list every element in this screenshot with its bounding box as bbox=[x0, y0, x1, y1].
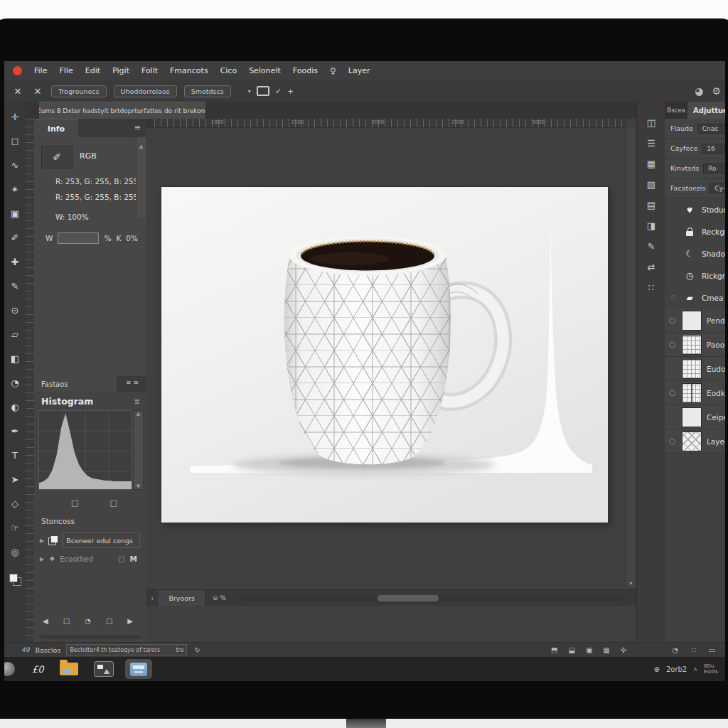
dots-grid-icon[interactable]: ∷ bbox=[691, 646, 695, 654]
control-value-dropdown[interactable]: Cy-d bbox=[710, 183, 725, 193]
options-button[interactable]: Uhoddorrolaos bbox=[114, 85, 177, 97]
zoom-badge[interactable]: ⊖ % bbox=[213, 594, 226, 601]
layer-row[interactable]: ◯ Layees bbox=[665, 429, 725, 454]
app-logo-icon[interactable] bbox=[13, 66, 22, 75]
images-app-icon[interactable] bbox=[94, 661, 114, 677]
clock-icon[interactable]: ◔ bbox=[672, 646, 678, 654]
tab-fastaos[interactable]: Fastaos bbox=[34, 376, 117, 392]
tab-bscea[interactable]: Bscea bbox=[665, 102, 687, 119]
stones-row1-field[interactable]: Bceneer edul congs bbox=[62, 532, 140, 548]
histogram-menu-icon[interactable]: ≣ bbox=[134, 397, 140, 405]
layer-thumbnail[interactable] bbox=[682, 407, 702, 427]
menu-item[interactable]: Fmancots bbox=[170, 66, 208, 75]
eye-visibility-icon[interactable]: ◯ bbox=[668, 341, 677, 348]
heal-tool[interactable]: ✚ bbox=[11, 257, 19, 267]
layer-thumbnail[interactable] bbox=[682, 383, 702, 403]
nav-frame-icon[interactable]: □ bbox=[63, 617, 70, 625]
menu-item[interactable]: Pigit bbox=[112, 66, 129, 75]
camera-icon[interactable]: ⬒ bbox=[551, 646, 557, 654]
layer-thumbnail[interactable] bbox=[682, 335, 702, 355]
expand-icon[interactable]: ▶ bbox=[40, 537, 44, 544]
expand-icon[interactable]: ▶ bbox=[40, 556, 44, 562]
status-message-box[interactable]: Bechdtor4 th teatoqye of tarers tre bbox=[66, 644, 187, 655]
chevron-up-icon[interactable]: ∧ bbox=[693, 666, 697, 673]
app-glyph-icon[interactable]: £0 bbox=[32, 664, 44, 675]
control-row[interactable]: Cayfece 16 bbox=[665, 139, 725, 159]
layer-row[interactable]: ◯ Ceiperest bbox=[665, 405, 725, 429]
eyedropper-icon[interactable]: ✐ bbox=[41, 146, 73, 168]
pen-panel-icon[interactable]: ✎ bbox=[648, 241, 655, 252]
editor-app-icon[interactable] bbox=[130, 663, 147, 676]
menu-item[interactable]: Edit bbox=[85, 66, 100, 75]
eraser-tool[interactable]: ▱ bbox=[11, 329, 18, 340]
panel-menu-icon[interactable]: ≡ bbox=[134, 123, 141, 132]
layer-thumbnail[interactable] bbox=[682, 311, 702, 331]
path-select-tool[interactable]: ➤ bbox=[11, 474, 19, 485]
panel-scrollbar[interactable] bbox=[40, 635, 140, 639]
histogram-scrollbar[interactable]: ▲ ▼ bbox=[133, 410, 144, 490]
display-icon[interactable]: ▭ bbox=[709, 646, 715, 654]
layer-row[interactable]: ◯ Eudonoss bbox=[665, 357, 725, 381]
grid-small-icon[interactable]: ▦ bbox=[603, 646, 609, 654]
adjustment-row[interactable]: ☾ Shadow bbox=[665, 242, 725, 264]
info-circle-icon[interactable]: ⊕ bbox=[654, 665, 660, 673]
gradient-tool[interactable]: ◧ bbox=[11, 353, 19, 364]
rows-panel-icon[interactable]: ▤ bbox=[647, 200, 655, 210]
folder-image-icon[interactable]: ▣ bbox=[586, 646, 592, 654]
info-scrollbar[interactable]: ▲ bbox=[136, 137, 146, 217]
zoom-tool[interactable]: ◎ bbox=[11, 547, 18, 557]
grid-panel-icon[interactable]: ▦ bbox=[647, 159, 655, 169]
menu-lines-icon[interactable]: ☰ bbox=[647, 138, 655, 149]
scroll-down-icon[interactable]: ▼ bbox=[136, 483, 140, 489]
options-button[interactable]: Smetdscs bbox=[184, 85, 231, 97]
control-row[interactable]: Facatoezis Cy-d bbox=[665, 178, 725, 198]
shape-tool[interactable]: ◇ bbox=[11, 498, 18, 509]
scroll-down-icon[interactable]: ▾ bbox=[626, 580, 636, 587]
color-swatches[interactable] bbox=[9, 574, 21, 586]
w-input[interactable] bbox=[58, 232, 99, 244]
tab-adjustments[interactable]: Adjuttueem bbox=[687, 102, 725, 119]
layer-thumbnail[interactable] bbox=[682, 432, 702, 451]
nav-clock-icon[interactable]: ◔ bbox=[85, 617, 91, 625]
stones-row-1[interactable]: ▶ Bceneer edul congs bbox=[34, 531, 146, 550]
menu-item[interactable]: Follt bbox=[141, 66, 158, 75]
foreground-color-swatch[interactable] bbox=[9, 574, 18, 582]
adjustment-row[interactable]: Reckgroud bbox=[665, 220, 725, 242]
system-sphere-icon[interactable] bbox=[4, 662, 15, 676]
adjustment-row[interactable]: ♠ Stoduct bbox=[665, 198, 725, 220]
help-circle-icon[interactable]: ◕ bbox=[695, 85, 703, 97]
brush-tool[interactable]: ✎ bbox=[11, 281, 19, 291]
folder-icon[interactable] bbox=[60, 663, 78, 675]
type-tool[interactable]: T bbox=[12, 450, 18, 461]
cached-icon[interactable]: □ bbox=[109, 498, 117, 508]
eye-visibility-icon[interactable]: ◯ bbox=[668, 390, 677, 396]
gear-icon[interactable]: ⚙ bbox=[712, 85, 721, 97]
eye-visibility-icon[interactable]: ◯ bbox=[668, 317, 677, 323]
lamp-icon[interactable]: ♀ bbox=[330, 66, 336, 76]
scroll-up-icon[interactable]: ▲ bbox=[136, 411, 140, 417]
active-app-slot[interactable] bbox=[125, 659, 152, 679]
uncached-icon[interactable]: □ bbox=[71, 498, 78, 508]
document-tab[interactable]: Eums 8 Dxter hadstyit brtdoprturfattes d… bbox=[39, 102, 206, 119]
stones-row-2[interactable]: ▶ ❖ Ecoothed □ M bbox=[34, 551, 146, 567]
adjustment-row[interactable]: ◷ Rickgroue bbox=[665, 264, 725, 287]
control-value-dropdown[interactable]: 16 bbox=[702, 144, 725, 154]
nav-frame2-icon[interactable]: □ bbox=[106, 617, 112, 625]
dots-panel-icon[interactable]: ∷ bbox=[648, 282, 654, 293]
collapse-panels-icon[interactable]: ◫ bbox=[647, 117, 655, 128]
eye-visibility-icon[interactable]: ◯ bbox=[668, 438, 677, 444]
layer-thumbnail[interactable] bbox=[682, 359, 702, 379]
canvas-area[interactable]: 10001500200025003000 bbox=[146, 119, 636, 643]
eyedropper-tool[interactable]: ✐ bbox=[11, 232, 19, 243]
canvas-bottom-tab[interactable]: Bryoors bbox=[159, 590, 205, 606]
clone-tool[interactable]: ⊙ bbox=[11, 305, 19, 316]
scrollbar-thumb[interactable] bbox=[378, 595, 439, 601]
control-row[interactable]: Flaude Cnas bbox=[665, 119, 725, 139]
check-icon[interactable]: ✓ bbox=[275, 87, 282, 96]
layer-row[interactable]: ◯ Pendace bbox=[665, 309, 725, 333]
hand-tool[interactable]: ☞ bbox=[11, 523, 19, 533]
star-icon[interactable]: ✣ bbox=[621, 646, 626, 654]
adjustment-row[interactable]: ♡ ▰ Cmea Ejes: bbox=[665, 287, 725, 309]
control-value-dropdown[interactable]: Ro bbox=[703, 164, 725, 173]
close-icon[interactable]: ✕ bbox=[31, 86, 44, 97]
